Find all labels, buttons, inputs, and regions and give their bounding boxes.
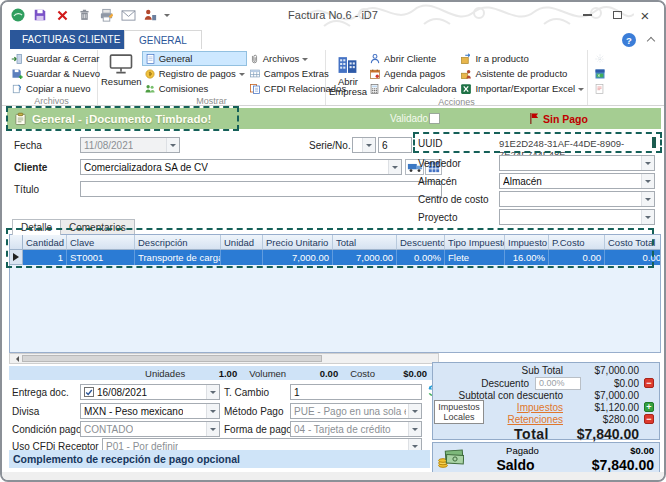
help-button[interactable]: ? bbox=[622, 33, 636, 47]
condicion-pago-field[interactable]: CONTADO bbox=[80, 421, 220, 437]
dropdown-icon[interactable] bbox=[362, 138, 375, 152]
grid-col-header[interactable]: Descuento bbox=[397, 235, 445, 250]
metodo-pago-field[interactable]: PUE - Pago en una sola exhibición bbox=[290, 403, 422, 419]
abrir-calculadora-button[interactable]: Abrir Calculadora bbox=[367, 81, 458, 96]
plus-button[interactable]: + bbox=[644, 402, 654, 412]
cell-impuesto[interactable]: 16.00% bbox=[505, 250, 549, 265]
agenda-pagos-button[interactable]: Agenda pagos bbox=[367, 66, 458, 81]
tab-detalle[interactable]: Detalle bbox=[12, 219, 61, 235]
dropdown-icon[interactable] bbox=[641, 192, 654, 206]
minus-button[interactable]: − bbox=[644, 414, 654, 424]
cell-costo-total[interactable]: 0.00 bbox=[605, 250, 661, 265]
guardar-cerrar-button[interactable]: Guardar & Cerrar bbox=[9, 51, 102, 66]
asistente-producto-button[interactable]: Asistente de producto bbox=[458, 66, 586, 81]
document-tool-button[interactable] bbox=[592, 81, 608, 96]
snap-tool-button[interactable] bbox=[592, 51, 608, 66]
dropdown-icon[interactable] bbox=[206, 422, 219, 436]
dropdown-icon[interactable] bbox=[206, 404, 219, 418]
importar-exportar-excel-button[interactable]: Importar/Exportar Excel bbox=[458, 81, 586, 96]
vendedor-field[interactable] bbox=[499, 155, 655, 171]
tcambio-field[interactable]: 1 bbox=[290, 384, 422, 400]
guardar-nuevo-button[interactable]: Guardar & Nuevo bbox=[9, 66, 102, 81]
abrir-cliente-button[interactable]: Abrir Cliente bbox=[367, 51, 458, 66]
print-icon[interactable] bbox=[98, 7, 114, 23]
cell-tipo-impuesto[interactable]: Flete bbox=[445, 250, 505, 265]
divisa-label: Divisa bbox=[12, 406, 39, 417]
grid-col-header[interactable]: Clave bbox=[67, 235, 135, 250]
cell-cantidad[interactable]: 1 bbox=[23, 250, 67, 265]
app-logo-icon[interactable] bbox=[10, 7, 26, 23]
grid-col-header[interactable]: Unidad bbox=[221, 235, 263, 250]
grid-col-header[interactable]: Descripción bbox=[135, 235, 221, 250]
qat-dropdown-icon[interactable] bbox=[164, 14, 170, 20]
close-button[interactable]: × bbox=[632, 6, 658, 24]
registro-pagos-button[interactable]: Registro de pagos bbox=[142, 66, 247, 81]
grid-col-header[interactable]: Total bbox=[333, 235, 397, 250]
proyecto-field[interactable] bbox=[499, 209, 655, 225]
ribbon-extra-icons bbox=[588, 50, 612, 105]
cell-clave[interactable]: ST0001 bbox=[67, 250, 135, 265]
dropdown-icon[interactable] bbox=[388, 160, 401, 174]
divisa-field[interactable]: MXN - Peso mexicano bbox=[80, 403, 220, 419]
report-tool-button[interactable] bbox=[592, 66, 608, 81]
export-contact-icon[interactable] bbox=[142, 7, 158, 23]
tab-comentarios[interactable]: Comentarios bbox=[60, 219, 135, 235]
grid-col-header[interactable]: Tipo Impuesto bbox=[445, 235, 505, 250]
email-icon[interactable] bbox=[120, 7, 136, 23]
grid-col-header[interactable]: Costo Total bbox=[605, 235, 661, 250]
dropdown-icon[interactable] bbox=[408, 422, 421, 436]
dropdown-icon[interactable] bbox=[641, 156, 654, 170]
comisiones-button[interactable]: Comisiones bbox=[142, 81, 247, 96]
resumen-button[interactable]: Resumen bbox=[101, 51, 142, 96]
copiar-nuevo-button[interactable]: Copiar a nuevo bbox=[9, 81, 102, 96]
grid-col-header[interactable]: Precio Unitario bbox=[263, 235, 333, 250]
impuestos-value: $1,120.00 bbox=[563, 402, 639, 413]
trash-icon[interactable] bbox=[76, 7, 92, 23]
numero-field[interactable]: 6 bbox=[378, 137, 412, 153]
impuestos-locales-box[interactable]: Impuestos Locales bbox=[434, 400, 484, 424]
grid-row-selected[interactable]: 1 ST0001 Transporte de carga 7,000.00 7,… bbox=[10, 250, 660, 265]
fecha-field[interactable]: 11/08/2021 bbox=[80, 137, 180, 153]
dropdown-icon[interactable] bbox=[166, 138, 179, 152]
centro-costo-field[interactable] bbox=[499, 191, 655, 207]
money-icon bbox=[437, 449, 464, 469]
save-icon[interactable] bbox=[32, 7, 48, 23]
tab-facturas-cliente[interactable]: FACTURAS CLIENTE bbox=[10, 30, 132, 49]
dropdown-icon[interactable] bbox=[641, 174, 654, 188]
minimize-button[interactable] bbox=[574, 6, 600, 24]
cell-descripcion[interactable]: Transporte de carga bbox=[135, 250, 221, 265]
unidades-value: 1.00 bbox=[191, 368, 237, 379]
collapse-ribbon-icon[interactable] bbox=[647, 37, 655, 45]
abrir-empresa-button[interactable]: Abrir Empresa bbox=[329, 51, 367, 97]
cell-pcosto[interactable]: 0.00 bbox=[549, 250, 605, 265]
entrega-field[interactable]: 16/08/2021 bbox=[80, 384, 220, 400]
descuento-input[interactable]: 0.00% bbox=[535, 377, 581, 390]
ir-a-producto-button[interactable]: Ir a producto bbox=[458, 51, 586, 66]
grid-col-header[interactable]: Impuesto bbox=[505, 235, 549, 250]
cell-total[interactable]: 7,000.00 bbox=[333, 250, 397, 265]
cliente-field[interactable]: Comercializadora SA de CV bbox=[80, 159, 402, 175]
almacen-field[interactable]: Almacén bbox=[499, 173, 655, 189]
tab-general[interactable]: GENERAL bbox=[124, 30, 202, 49]
general-button[interactable]: General bbox=[142, 51, 247, 66]
titulo-field[interactable] bbox=[80, 181, 442, 197]
cell-precio-unitario[interactable]: 7,000.00 bbox=[263, 250, 333, 265]
dropdown-icon[interactable] bbox=[641, 210, 654, 224]
scrollbar-thumb[interactable] bbox=[22, 355, 322, 362]
grid-col-header[interactable]: P.Costo bbox=[549, 235, 605, 250]
validado-checkbox[interactable] bbox=[429, 113, 440, 124]
entrega-checkbox[interactable] bbox=[84, 387, 94, 397]
minus-button[interactable]: − bbox=[644, 378, 654, 388]
grid-hscrollbar[interactable] bbox=[9, 353, 439, 364]
dropdown-icon[interactable] bbox=[206, 385, 219, 399]
maximize-button[interactable] bbox=[604, 6, 630, 24]
cell-descuento[interactable]: 0.00% bbox=[397, 250, 445, 265]
dropdown-icon[interactable] bbox=[408, 404, 421, 418]
complemento-bar[interactable]: Complemento de recepción de pago opciona… bbox=[9, 450, 430, 468]
cell-unidad[interactable] bbox=[221, 250, 263, 265]
serie-field[interactable] bbox=[352, 137, 376, 153]
scroll-left-icon[interactable] bbox=[10, 354, 22, 363]
grid-col-header[interactable]: Cantidad bbox=[23, 235, 67, 250]
forma-pago-field[interactable]: 04 - Tarjeta de crédito bbox=[290, 421, 422, 437]
delete-x-icon[interactable] bbox=[54, 7, 70, 23]
